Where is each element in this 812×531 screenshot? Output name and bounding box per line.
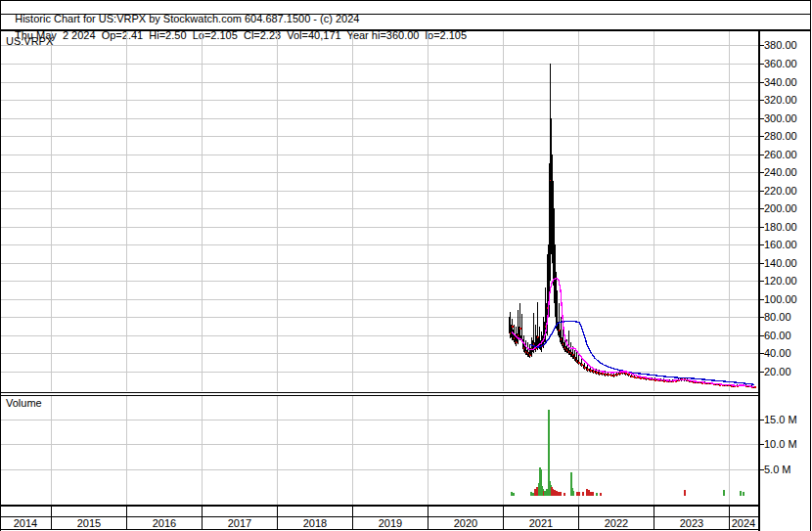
close-dot [754,386,756,388]
price-tick-label: 140.00 [764,257,797,269]
price-tick-label: 160.00 [764,239,797,250]
volume-bar [530,492,532,496]
close-dot [587,369,589,371]
price-tick-label: 240.00 [764,166,797,178]
volume-bar [743,492,744,496]
volume-bar [723,490,725,496]
year-label: 2024 [722,517,765,529]
close-dot [519,328,521,330]
year-label: 2022 [595,517,638,529]
volume-tick-label: 10.0 M [764,438,797,450]
close-dot [578,362,580,364]
close-dot [608,374,609,376]
year-label: 2023 [670,517,713,529]
volume-bar [578,492,580,496]
price-tick-label: 380.00 [764,39,797,51]
volume-bar [588,490,590,496]
price-tick-label: 20.00 [764,366,791,377]
price-tick-label: 100.00 [764,293,797,305]
volume-tick-label: 5.0 M [764,464,791,475]
year-label: 2021 [519,517,563,529]
price-tick-label: 220.00 [764,185,797,197]
volume-bar [564,493,565,496]
price-tick-label: 200.00 [764,202,797,214]
volume-bar [546,489,548,496]
close-dot [512,326,514,328]
volume-bar [572,491,574,496]
volume-bottom-border [0,505,760,507]
close-dot [590,370,592,372]
volume-bar [511,492,513,496]
year-label: 2018 [293,517,337,529]
candle-body [560,331,562,342]
price-tick-label: 260.00 [764,149,797,160]
volume-bar [513,493,515,496]
close-dot [643,377,645,379]
volume-bar [684,490,686,496]
close-dot [596,372,598,374]
stock-chart-window: { "header": { "title": "Historic Chart f… [0,0,812,531]
volume-bar [552,489,554,496]
volume-bar [740,491,742,496]
close-dot [593,371,595,373]
header-bottom-border [0,29,811,31]
volume-bar [586,489,588,496]
volume-bar [590,492,592,496]
volume-pane-label: Volume [6,397,42,409]
close-dot [640,377,642,379]
price-tick-label: 80.00 [764,311,791,323]
price-tick-label: 180.00 [764,221,797,233]
year-label: 2015 [68,517,111,529]
close-dot [619,373,621,375]
year-label: 2020 [444,517,487,529]
volume-bar [534,489,536,496]
candle-body [509,317,511,333]
close-dot [610,375,612,376]
price-tick-label: 320.00 [764,94,797,106]
close-dot [631,376,633,377]
volume-bar [576,492,578,496]
volume-bar [582,492,584,496]
volume-bar [536,487,538,496]
volume-bar [554,490,556,496]
year-label: 2016 [143,517,186,529]
price-tick-label: 120.00 [764,275,797,287]
price-tick-label: 360.00 [764,58,797,69]
price-tick-label: 340.00 [764,76,797,88]
volume-bar [596,493,598,496]
close-dot [634,376,636,378]
year-label: 2014 [4,517,47,529]
chart-canvas [0,0,812,531]
volume-bar [600,493,602,496]
close-dot [605,374,607,376]
volume-bar [558,492,560,496]
price-tick-label: 60.00 [764,330,791,341]
volume-bar [544,491,546,496]
volume-tick-label: 15.0 M [764,414,797,425]
close-dot [616,374,618,376]
close-dot [628,374,630,376]
volume-bar [532,493,534,496]
year-label: 2019 [369,517,412,529]
close-dot [625,373,627,375]
volume-bar [592,492,594,496]
volume-bar [556,491,558,496]
close-dot [599,373,601,375]
close-dot [581,364,583,366]
close-dot [637,376,639,378]
close-dot [613,375,615,376]
close-dot [584,367,586,369]
close-dot [602,373,604,375]
plot-right-border [758,30,760,531]
price-tick-label: 40.00 [764,347,791,359]
year-label: 2017 [218,517,261,529]
price-tick-label: 280.00 [764,130,797,142]
price-tick-label: 300.00 [764,112,797,124]
symbol-label: US:VRPX [6,35,53,47]
volume-bar [560,492,562,496]
